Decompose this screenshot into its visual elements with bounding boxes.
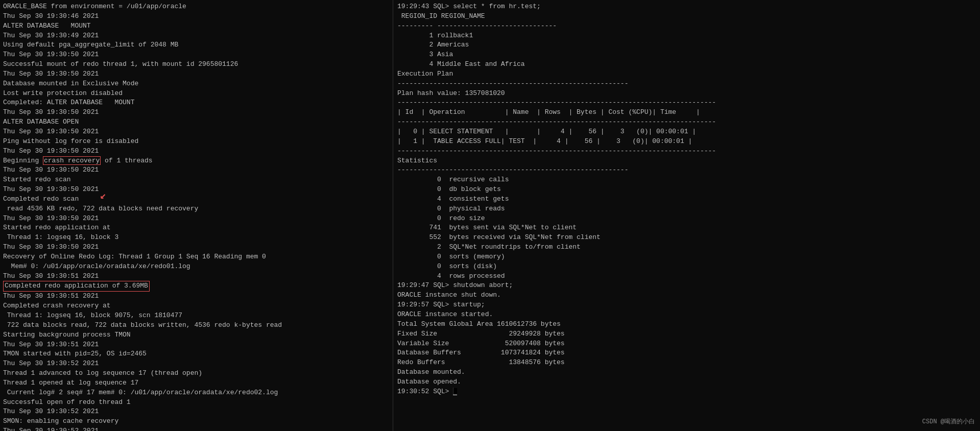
- right-line-32: 4 rows processed: [397, 272, 976, 281]
- right-line-3: --------- ------------------------------: [397, 21, 976, 31]
- right-terminal-content: 19:29:43 SQL> select * from hr.test; REG…: [397, 2, 976, 397]
- right-line-44: Database mounted.: [397, 368, 976, 377]
- right-line-22: 0 recursive calls: [397, 175, 976, 185]
- left-line-7: Thu Sep 30 19:30:50 2021: [3, 69, 390, 79]
- right-line-41: Variable Size 520097408 bytes: [397, 339, 976, 349]
- left-line-25: Thread 1: logseq 16, block 3: [3, 233, 390, 243]
- right-line-28: 552 bytes received via SQL*Net from clie…: [397, 233, 976, 243]
- right-line-21: ----------------------------------------…: [397, 165, 976, 175]
- left-terminal-panel[interactable]: ORACLE_BASE from environment = /u01/app/…: [0, 0, 393, 431]
- left-line-44: SMON: enabling cache recovery: [3, 417, 390, 426]
- left-line-6: Successful mount of redo thread 1, with …: [3, 60, 390, 69]
- right-line-24: 4 consistent gets: [397, 195, 976, 204]
- right-line-18: ----------------------------------------…: [397, 147, 976, 156]
- left-line-39: Thread 1 advanced to log sequence 17 (th…: [3, 369, 390, 378]
- right-line-36: 19:29:57 SQL> startup;: [397, 300, 976, 310]
- left-line-45: Thu Sep 30 19:30:52 2021: [3, 426, 390, 431]
- right-line-30: 0 sorts (memory): [397, 252, 976, 262]
- right-line-20: Statistics: [397, 156, 976, 166]
- right-line-7: 4 Middle East and Africa: [397, 60, 976, 69]
- left-line-20: Thu Sep 30 19:30:50 2021: [3, 185, 390, 195]
- left-line-23: Thu Sep 30 19:30:50 2021: [3, 214, 390, 224]
- left-line-24: Started redo application at: [3, 223, 390, 233]
- right-line-6: 3 Asia: [397, 50, 976, 60]
- watermark: CSDN @喝酒的小白: [922, 417, 975, 426]
- left-line-3: Thu Sep 30 19:30:49 2021: [3, 31, 390, 41]
- left-line-34: 722 data blocks read, 722 data blocks wr…: [3, 321, 390, 330]
- left-line-19: Started redo scan: [3, 175, 390, 185]
- left-line-16: Thu Sep 30 19:30:50 2021: [3, 147, 390, 156]
- left-line-1: Thu Sep 30 19:30:46 2021: [3, 12, 390, 21]
- right-line-43: Redo Buffers 13848576 bytes: [397, 358, 976, 368]
- left-line-17: Beginning crash recovery of 1 threads: [3, 156, 390, 166]
- left-line-33: Thread 1: logseq 16, block 9075, scn 181…: [3, 311, 390, 321]
- right-line-10: ----------------------------------------…: [397, 79, 976, 89]
- redo-application-highlight: Completed redo application of 3.69MB: [3, 281, 150, 292]
- right-terminal-panel[interactable]: 19:29:43 SQL> select * from hr.test; REG…: [393, 0, 980, 431]
- left-line-18: Thu Sep 30 19:30:50 2021: [3, 165, 390, 175]
- left-line-21: Completed redo scan: [3, 195, 390, 204]
- right-line-11: Plan hash value: 1357081020: [397, 89, 976, 99]
- right-line-9: Execution Plan: [397, 69, 976, 79]
- right-line-45: Database opened.: [397, 377, 976, 387]
- left-line-42: Successful open of redo thread 1: [3, 398, 390, 408]
- right-line-39: Total System Global Area 1610612736 byte…: [397, 320, 976, 329]
- right-line-46: 19:30:52 SQL> █: [397, 387, 976, 397]
- right-line-27: 741 bytes sent via SQL*Net to client: [397, 223, 976, 233]
- left-line-31: Thu Sep 30 19:30:51 2021: [3, 292, 390, 301]
- right-line-5: 2 Americas: [397, 40, 976, 50]
- right-line-35: ORACLE instance shut down.: [397, 291, 976, 300]
- left-line-2: ALTER DATABASE MOUNT: [3, 21, 390, 31]
- right-line-13: ----------------------------------------…: [397, 98, 976, 108]
- left-line-32: Completed crash recovery at: [3, 301, 390, 311]
- left-line-8: Database mounted in Exclusive Mode: [3, 79, 390, 89]
- left-line-40: Thread 1 opened at log sequence 17: [3, 378, 390, 388]
- right-line-0: 19:29:43 SQL> select * from hr.test;: [397, 2, 976, 12]
- left-line-28: Mem# 0: /u01/app/oracle/oradata/xe/redo0…: [3, 262, 390, 272]
- right-line-29: 2 SQL*Net roundtrips to/from client: [397, 243, 976, 252]
- right-line-2: REGION_ID REGION_NAME: [397, 12, 976, 21]
- right-line-37: ORACLE instance started.: [397, 310, 976, 320]
- left-line-11: Thu Sep 30 19:30:50 2021: [3, 108, 390, 117]
- left-line-9: Lost write protection disabled: [3, 89, 390, 99]
- right-line-23: 0 db block gets: [397, 185, 976, 195]
- right-line-16: | 0 | SELECT STATEMENT | | 4 | 56 | 3 (0…: [397, 127, 976, 137]
- left-line-27: Recovery of Online Redo Log: Thread 1 Gr…: [3, 252, 390, 262]
- left-line-10: Completed: ALTER DATABASE MOUNT: [3, 98, 390, 108]
- left-line-35: Starting background process TMON: [3, 330, 390, 340]
- right-line-34: 19:29:47 SQL> shutdown abort;: [397, 281, 976, 291]
- left-line-26: Thu Sep 30 19:30:50 2021: [3, 243, 390, 252]
- left-line-4: Using default pga_aggregate_limit of 204…: [3, 40, 390, 50]
- left-line-12: ALTER DATABASE OPEN: [3, 117, 390, 127]
- crash-recovery-highlight: crash recovery: [43, 156, 101, 165]
- right-line-42: Database Buffers 1073741824 bytes: [397, 348, 976, 358]
- left-line-43: Thu Sep 30 19:30:52 2021: [3, 407, 390, 417]
- right-line-40: Fixed Size 29249928 bytes: [397, 329, 976, 339]
- right-line-14: | Id | Operation | Name | Rows | Bytes |…: [397, 108, 976, 117]
- left-line-36: Thu Sep 30 19:30:51 2021: [3, 340, 390, 350]
- left-line-29: Thu Sep 30 19:30:51 2021: [3, 272, 390, 281]
- left-line-0: ORACLE_BASE from environment = /u01/app/…: [3, 2, 390, 12]
- right-line-17: | 1 | TABLE ACCESS FULL| TEST | 4 | 56 |…: [397, 137, 976, 147]
- left-line-22: read 4536 KB redo, 722 data blocks need …: [3, 204, 390, 214]
- left-line-37: TMON started with pid=25, OS id=2465: [3, 349, 390, 359]
- right-line-25: 0 physical reads: [397, 204, 976, 214]
- right-line-26: 0 redo size: [397, 214, 976, 224]
- left-line-30: Completed redo application of 3.69MB: [3, 281, 390, 292]
- right-line-15: ----------------------------------------…: [397, 117, 976, 127]
- left-line-5: Thu Sep 30 19:30:50 2021: [3, 50, 390, 60]
- right-line-31: 0 sorts (disk): [397, 262, 976, 272]
- left-line-14: Ping without log force is disabled: [3, 137, 390, 147]
- left-line-13: Thu Sep 30 19:30:50 2021: [3, 127, 390, 137]
- left-line-41: Current log# 2 seq# 17 mem# 0: /u01/app/…: [3, 388, 390, 398]
- left-terminal-content: ORACLE_BASE from environment = /u01/app/…: [3, 2, 390, 431]
- left-line-38: Thu Sep 30 19:30:52 2021: [3, 359, 390, 369]
- right-line-4: 1 rollback1: [397, 31, 976, 41]
